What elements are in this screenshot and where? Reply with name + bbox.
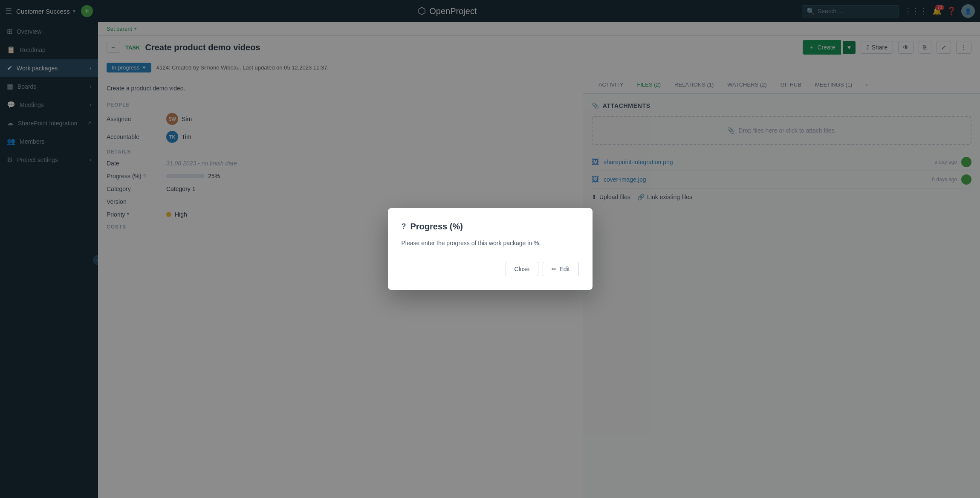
edit-icon: ✏ [552,266,557,272]
modal-title: ? Progress (%) [402,222,579,232]
modal-body: Please enter the progress of this work p… [402,238,579,248]
modal-question-icon: ? [402,222,406,231]
modal-footer: Close ✏ Edit [402,262,579,276]
modal-overlay[interactable]: ? Progress (%) Please enter the progress… [0,0,980,498]
modal-edit-button[interactable]: ✏ Edit [543,262,578,276]
modal-close-button[interactable]: Close [506,262,539,276]
progress-modal: ? Progress (%) Please enter the progress… [388,208,593,290]
